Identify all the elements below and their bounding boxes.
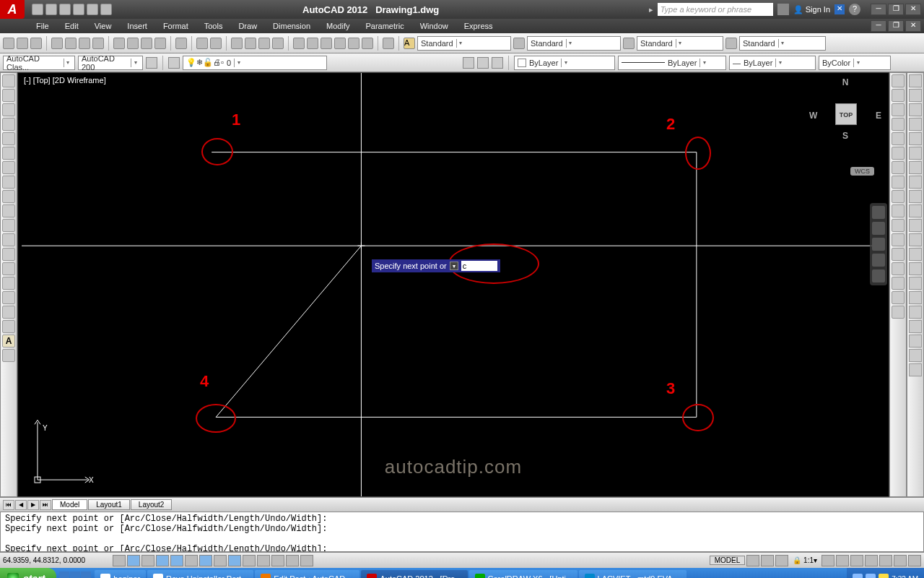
tab-last-button[interactable]: ⏭ <box>40 500 51 510</box>
snap-toggle[interactable] <box>113 555 126 566</box>
mtext-icon[interactable]: A <box>2 335 15 348</box>
help2-icon[interactable] <box>383 38 394 49</box>
dimcont-icon[interactable] <box>909 219 922 232</box>
ellipse-icon[interactable] <box>2 204 15 217</box>
qat-new-icon[interactable] <box>32 4 43 15</box>
break-icon[interactable] <box>892 233 905 246</box>
new-icon[interactable] <box>3 38 14 49</box>
pan-icon[interactable] <box>231 38 243 49</box>
dimaligned-icon[interactable] <box>909 89 922 102</box>
menu-modify[interactable]: Modify <box>319 20 357 32</box>
dimquick-icon[interactable] <box>909 190 922 203</box>
layermatch-icon[interactable] <box>492 57 503 69</box>
layer-props-icon[interactable] <box>168 57 180 69</box>
qat-print-icon[interactable] <box>100 4 112 15</box>
layer-combo[interactable]: 💡❄🔓🖨▫ 0 <box>183 56 327 70</box>
tab-next-button[interactable]: ▶ <box>27 500 39 510</box>
color-combo[interactable]: ByLayer <box>514 56 615 70</box>
table-icon[interactable] <box>2 320 15 333</box>
xline-icon[interactable] <box>2 89 15 102</box>
annoauto-icon[interactable] <box>836 555 849 566</box>
taskbar-item-active[interactable]: AutoCAD 2012 - [Dra... <box>361 570 467 578</box>
menu-dimension[interactable]: Dimension <box>266 20 318 32</box>
array-icon[interactable] <box>892 132 905 145</box>
sc-toggle[interactable] <box>286 555 299 566</box>
ellipsearc-icon[interactable] <box>2 219 15 232</box>
insert-icon[interactable] <box>2 233 15 246</box>
rotate-icon[interactable] <box>892 161 905 174</box>
chamfer-icon[interactable] <box>892 262 905 275</box>
annovis-icon[interactable] <box>821 555 834 566</box>
gradient-icon[interactable] <box>2 291 15 304</box>
3dprint-icon[interactable] <box>92 38 104 49</box>
menu-format[interactable]: Format <box>156 20 196 32</box>
doc-minimize-button[interactable]: ─ <box>871 20 886 32</box>
save-icon[interactable] <box>30 38 42 49</box>
doc-maximize-button[interactable]: ❐ <box>888 20 904 32</box>
linetype-combo[interactable]: ByLayer <box>618 56 726 70</box>
polygon-icon[interactable] <box>2 118 15 131</box>
qat-save-icon[interactable] <box>59 4 71 15</box>
tpy-toggle[interactable] <box>257 555 270 566</box>
revcloud-icon[interactable] <box>2 176 15 189</box>
tablestyle-combo[interactable]: Standard <box>637 36 723 51</box>
menu-tools[interactable]: Tools <box>197 20 230 32</box>
viewcube-w[interactable]: W <box>809 111 817 121</box>
paste-icon[interactable] <box>141 38 152 49</box>
pline-icon[interactable] <box>2 103 15 116</box>
designcenter-icon[interactable] <box>307 38 318 49</box>
qp-toggle[interactable] <box>271 555 284 566</box>
qat-open-icon[interactable] <box>45 4 57 15</box>
exchange-icon[interactable]: ✕ <box>834 4 845 14</box>
viewcube-e[interactable]: E <box>876 111 881 121</box>
zoom-realtime-icon[interactable] <box>245 38 256 49</box>
taskbar-item[interactable]: LACVIET - mtd9 EVA ... <box>579 570 687 578</box>
extend-icon[interactable] <box>892 219 905 232</box>
blockeditor-icon[interactable] <box>175 38 187 49</box>
mlstyle-icon[interactable] <box>725 38 737 49</box>
copy-icon[interactable] <box>127 38 139 49</box>
dimjogline-icon[interactable] <box>909 306 922 319</box>
qat-redo-icon[interactable] <box>87 4 98 15</box>
showmotion-icon[interactable] <box>872 269 885 282</box>
tray-icon[interactable] <box>853 574 863 578</box>
workspace-combo[interactable]: AutoCAD Clas... <box>3 56 75 70</box>
redo-icon[interactable] <box>210 38 222 49</box>
workspace2-combo[interactable]: AutoCAD 200 <box>78 56 143 70</box>
blend-icon[interactable] <box>892 291 905 304</box>
menu-view[interactable]: View <box>87 20 119 32</box>
dimstyle-combo[interactable]: Standard <box>527 36 621 51</box>
viewcube-top[interactable]: TOP <box>835 103 857 125</box>
menu-draw[interactable]: Draw <box>231 20 264 32</box>
tab-first-button[interactable]: ⏮ <box>3 500 14 510</box>
toolbar-lock-icon[interactable] <box>865 555 878 566</box>
dimjog-icon[interactable] <box>909 147 922 160</box>
rectangle-icon[interactable] <box>2 132 15 145</box>
menu-window[interactable]: Window <box>413 20 456 32</box>
isolate-icon[interactable] <box>894 555 907 566</box>
undo-icon[interactable] <box>196 38 208 49</box>
join-icon[interactable] <box>892 248 905 261</box>
copy2-icon[interactable] <box>892 89 905 102</box>
dimord-icon[interactable] <box>909 118 922 131</box>
dimstyle2-icon[interactable] <box>909 363 922 376</box>
quicklaunch-icon-2[interactable] <box>70 571 80 578</box>
region-icon[interactable] <box>2 306 15 319</box>
tolerance-icon[interactable] <box>909 262 922 275</box>
zoom-previous-icon[interactable] <box>272 38 284 49</box>
lwt-toggle[interactable] <box>243 555 256 566</box>
point-icon[interactable] <box>2 262 15 275</box>
quickview-drawings-icon[interactable] <box>761 555 774 566</box>
dimspace-icon[interactable] <box>909 233 922 246</box>
textstyle-combo[interactable]: Standard <box>417 36 511 51</box>
dimrad-icon[interactable] <box>909 132 922 145</box>
taskbar-item[interactable]: Edit Post ‹ AutoCAD ... <box>255 570 359 578</box>
publish-icon[interactable] <box>79 38 90 49</box>
search-input[interactable]: Type a keyword or phrase <box>658 3 773 16</box>
zoom-window-icon[interactable] <box>258 38 270 49</box>
tablestyle-icon[interactable] <box>623 38 635 49</box>
ws-settings-icon[interactable] <box>146 57 157 69</box>
anno-scale[interactable]: 🔒 1:1▾ <box>790 556 820 564</box>
start-button[interactable]: start <box>0 568 56 578</box>
stretch-icon[interactable] <box>892 190 905 203</box>
